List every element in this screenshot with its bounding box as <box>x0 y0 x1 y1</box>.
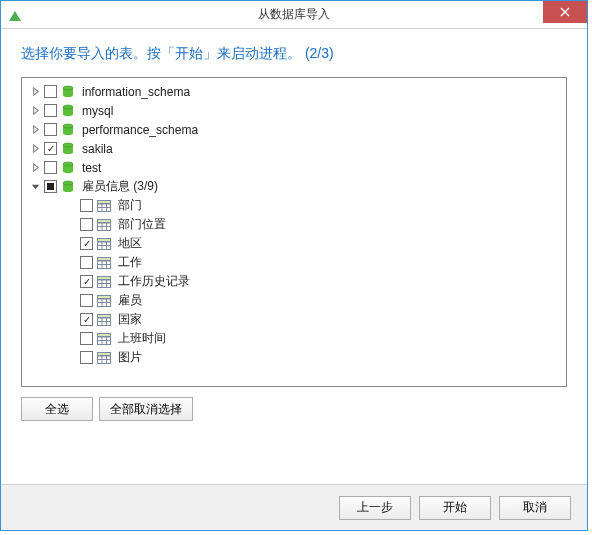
database-icon <box>60 179 76 195</box>
back-button[interactable]: 上一步 <box>339 496 411 520</box>
tree-row-database[interactable]: test <box>24 158 564 177</box>
expander-icon[interactable] <box>28 180 42 194</box>
footer: 上一步 开始 取消 <box>1 484 587 530</box>
tree-row-table[interactable]: 国家 <box>24 310 564 329</box>
tree-item-label: 部门位置 <box>116 216 168 233</box>
svg-rect-25 <box>98 219 111 222</box>
instruction-text: 选择你要导入的表。按「开始」来启动进程。 (2/3) <box>21 45 567 63</box>
checkbox[interactable] <box>80 332 93 345</box>
checkbox[interactable] <box>44 123 57 136</box>
tree-item-label: 图片 <box>116 349 144 366</box>
tree-item-label: 上班时间 <box>116 330 168 347</box>
expander-icon[interactable] <box>28 142 42 156</box>
table-icon <box>96 274 112 290</box>
database-icon <box>60 103 76 119</box>
tree-row-table[interactable]: 部门 <box>24 196 564 215</box>
tree-row-database[interactable]: sakila <box>24 139 564 158</box>
tree-row-database[interactable]: mysql <box>24 101 564 120</box>
checkbox[interactable] <box>80 256 93 269</box>
svg-rect-43 <box>98 276 111 279</box>
expander-icon[interactable] <box>28 123 42 137</box>
tree-item-label: test <box>80 161 103 175</box>
tree-row-table[interactable]: 工作 <box>24 253 564 272</box>
checkbox[interactable] <box>80 218 93 231</box>
tree-item-label: sakila <box>80 142 115 156</box>
database-icon <box>60 141 76 157</box>
tree-row-database[interactable]: information_schema <box>24 82 564 101</box>
database-icon <box>60 160 76 176</box>
tree-row-table[interactable]: 工作历史记录 <box>24 272 564 291</box>
expander-icon[interactable] <box>28 85 42 99</box>
table-icon <box>96 198 112 214</box>
tree-row-database[interactable]: 雇员信息 (3/9) <box>24 177 564 196</box>
deselect-all-button[interactable]: 全部取消选择 <box>99 397 193 421</box>
table-icon <box>96 350 112 366</box>
svg-rect-55 <box>98 314 111 317</box>
checkbox[interactable] <box>80 294 93 307</box>
expander-icon[interactable] <box>28 104 42 118</box>
tree-item-label: 雇员 <box>116 292 144 309</box>
table-icon <box>96 331 112 347</box>
start-button[interactable]: 开始 <box>419 496 491 520</box>
checkbox[interactable] <box>44 142 57 155</box>
app-icon <box>7 7 23 23</box>
checkbox[interactable] <box>80 313 93 326</box>
table-icon <box>96 236 112 252</box>
tree-row-table[interactable]: 图片 <box>24 348 564 367</box>
checkbox[interactable] <box>80 351 93 364</box>
checkbox[interactable] <box>44 104 57 117</box>
tree-item-label: 部门 <box>116 197 144 214</box>
tree-row-table[interactable]: 上班时间 <box>24 329 564 348</box>
header-area: 选择你要导入的表。按「开始」来启动进程。 (2/3) <box>1 29 587 71</box>
svg-rect-67 <box>98 352 111 355</box>
tree-item-label: 地区 <box>116 235 144 252</box>
checkbox[interactable] <box>80 237 93 250</box>
cancel-button[interactable]: 取消 <box>499 496 571 520</box>
tree-item-label: mysql <box>80 104 115 118</box>
expander-icon[interactable] <box>28 161 42 175</box>
tree-item-label: 工作 <box>116 254 144 271</box>
tree-row-database[interactable]: performance_schema <box>24 120 564 139</box>
svg-rect-49 <box>98 295 111 298</box>
window-title: 从数据库导入 <box>1 6 587 23</box>
tree-item-label: performance_schema <box>80 123 200 137</box>
table-icon <box>96 312 112 328</box>
checkbox[interactable] <box>80 199 93 212</box>
checkbox[interactable] <box>44 161 57 174</box>
select-all-button[interactable]: 全选 <box>21 397 93 421</box>
tree-item-label: information_schema <box>80 85 192 99</box>
dialog-window: 从数据库导入 选择你要导入的表。按「开始」来启动进程。 (2/3) inform… <box>0 0 588 531</box>
checkbox[interactable] <box>44 180 57 193</box>
close-icon <box>560 7 570 17</box>
table-icon <box>96 293 112 309</box>
table-icon <box>96 255 112 271</box>
svg-rect-31 <box>98 238 111 241</box>
database-icon <box>60 122 76 138</box>
svg-rect-19 <box>98 200 111 203</box>
svg-rect-37 <box>98 257 111 260</box>
table-icon <box>96 217 112 233</box>
checkbox[interactable] <box>44 85 57 98</box>
tree-view[interactable]: information_schemamysqlperformance_schem… <box>21 77 567 387</box>
tree-item-label: 国家 <box>116 311 144 328</box>
database-icon <box>60 84 76 100</box>
checkbox[interactable] <box>80 275 93 288</box>
titlebar: 从数据库导入 <box>1 1 587 29</box>
tree-item-label: 工作历史记录 <box>116 273 192 290</box>
tree-row-table[interactable]: 部门位置 <box>24 215 564 234</box>
tree-row-table[interactable]: 地区 <box>24 234 564 253</box>
selection-button-row: 全选 全部取消选择 <box>21 397 567 421</box>
close-button[interactable] <box>543 1 587 23</box>
tree-row-table[interactable]: 雇员 <box>24 291 564 310</box>
tree-item-label: 雇员信息 (3/9) <box>80 178 160 195</box>
svg-rect-61 <box>98 333 111 336</box>
